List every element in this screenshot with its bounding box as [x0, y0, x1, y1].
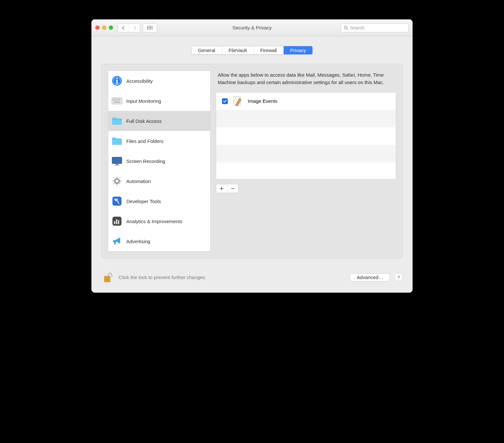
svg-rect-9 — [115, 99, 116, 100]
svg-rect-37 — [114, 221, 115, 224]
remove-button[interactable] — [227, 184, 238, 193]
lock-open-icon — [103, 271, 112, 284]
svg-rect-27 — [117, 184, 117, 186]
svg-rect-24 — [114, 165, 120, 166]
grid-icon — [147, 26, 152, 30]
privacy-sidebar[interactable]: Accessibility Input Monitoring Full Disk… — [108, 70, 211, 252]
titlebar: Security & Privacy — [91, 19, 413, 36]
svg-rect-40 — [113, 240, 114, 242]
svg-rect-15 — [115, 100, 116, 101]
svg-rect-33 — [113, 183, 115, 184]
svg-rect-8 — [114, 99, 115, 100]
svg-point-5 — [116, 78, 118, 79]
sidebar-item-accessibility[interactable]: Accessibility — [108, 71, 210, 91]
gear-icon — [111, 176, 122, 187]
add-remove-controls — [216, 184, 238, 193]
svg-rect-38 — [116, 219, 117, 224]
tab-firewall[interactable]: Firewall — [253, 46, 283, 54]
sidebar-item-label: Screen Recording — [126, 158, 165, 164]
minus-icon — [231, 187, 235, 190]
chevron-right-icon — [133, 26, 136, 30]
svg-rect-14 — [114, 100, 115, 101]
sidebar-item-input-monitoring[interactable]: Input Monitoring — [108, 91, 210, 111]
privacy-panel: Accessibility Input Monitoring Full Disk… — [101, 64, 403, 258]
app-row[interactable]: Image Events — [216, 92, 396, 110]
keyboard-icon — [111, 95, 122, 106]
minimize-button[interactable] — [102, 26, 106, 30]
svg-rect-29 — [120, 181, 121, 181]
sidebar-item-analytics[interactable]: Analytics & Improvements — [108, 211, 210, 231]
plus-icon — [220, 187, 224, 190]
sidebar-item-developer-tools[interactable]: Developer Tools — [108, 191, 210, 211]
chevron-left-icon — [122, 26, 125, 30]
app-list[interactable]: Image Events — [216, 92, 396, 179]
close-button[interactable] — [95, 26, 100, 30]
lock-hint-text: Click the lock to prevent further change… — [119, 275, 206, 280]
lock-button[interactable] — [101, 271, 114, 284]
svg-rect-26 — [117, 177, 117, 178]
svg-rect-30 — [113, 177, 115, 178]
hammer-icon — [111, 196, 122, 207]
svg-rect-22 — [112, 157, 122, 164]
show-all-button[interactable] — [143, 23, 157, 32]
svg-rect-32 — [119, 177, 121, 178]
app-row-empty — [216, 145, 396, 162]
svg-rect-19 — [114, 102, 120, 103]
sidebar-item-files-and-folders[interactable]: Files and Folders — [108, 131, 210, 151]
folder-icon — [111, 135, 122, 146]
svg-rect-21 — [112, 139, 122, 140]
add-button[interactable] — [216, 184, 227, 193]
search-field-wrap[interactable] — [341, 23, 409, 32]
sidebar-item-label: Full Disk Access — [126, 118, 162, 124]
search-input[interactable] — [350, 25, 406, 30]
svg-point-34 — [116, 180, 118, 182]
svg-rect-16 — [117, 100, 118, 101]
sidebar-item-label: Automation — [126, 178, 151, 184]
svg-line-1 — [347, 28, 348, 30]
svg-rect-23 — [116, 164, 118, 165]
tabs: General FileVault Firewall Privacy — [191, 46, 313, 55]
app-name: Image Events — [248, 98, 278, 104]
help-button[interactable]: ? — [394, 273, 403, 281]
sidebar-item-label: Analytics & Improvements — [126, 219, 182, 224]
advanced-button[interactable]: Advanced… — [350, 273, 390, 281]
detail-description: Allow the apps below to access data like… — [216, 70, 396, 92]
svg-rect-31 — [119, 183, 121, 184]
folder-icon — [111, 115, 122, 126]
forward-button[interactable] — [129, 24, 140, 32]
tab-filevault[interactable]: FileVault — [222, 46, 253, 54]
back-button[interactable] — [118, 24, 129, 32]
sidebar-item-label: Advertising — [126, 239, 150, 244]
svg-rect-18 — [119, 100, 120, 101]
content-area: General FileVault Firewall Privacy Acces… — [91, 36, 413, 264]
sidebar-item-label: Developer Tools — [126, 199, 161, 204]
sidebar-item-advertising[interactable]: Advertising — [108, 231, 210, 251]
tab-privacy[interactable]: Privacy — [283, 46, 312, 54]
tab-general[interactable]: General — [192, 46, 222, 54]
check-icon — [223, 99, 227, 103]
svg-rect-28 — [112, 181, 114, 181]
sidebar-item-full-disk-access[interactable]: Full Disk Access — [108, 111, 210, 131]
app-row-empty — [216, 110, 396, 127]
zoom-button[interactable] — [109, 26, 113, 30]
detail-pane: Allow the apps below to access data like… — [216, 70, 396, 252]
svg-rect-12 — [119, 99, 120, 100]
sidebar-item-label: Accessibility — [126, 78, 153, 84]
app-checkbox[interactable] — [222, 98, 228, 104]
sidebar-item-automation[interactable]: Automation — [108, 171, 210, 191]
footer: Click the lock to prevent further change… — [91, 264, 413, 293]
sidebar-item-label: Files and Folders — [126, 138, 163, 144]
app-row-empty — [216, 127, 396, 145]
sidebar-item-screen-recording[interactable]: Screen Recording — [108, 151, 210, 171]
app-row-empty — [216, 162, 396, 179]
megaphone-icon — [111, 236, 122, 247]
nav-back-forward — [118, 23, 140, 32]
window-controls — [95, 26, 113, 30]
svg-rect-39 — [118, 220, 119, 224]
accessibility-icon — [111, 75, 122, 86]
svg-rect-11 — [118, 99, 119, 100]
sidebar-item-label: Input Monitoring — [126, 98, 161, 104]
search-icon — [344, 26, 348, 30]
svg-rect-10 — [117, 99, 118, 100]
tabs-row: General FileVault Firewall Privacy — [101, 46, 403, 55]
